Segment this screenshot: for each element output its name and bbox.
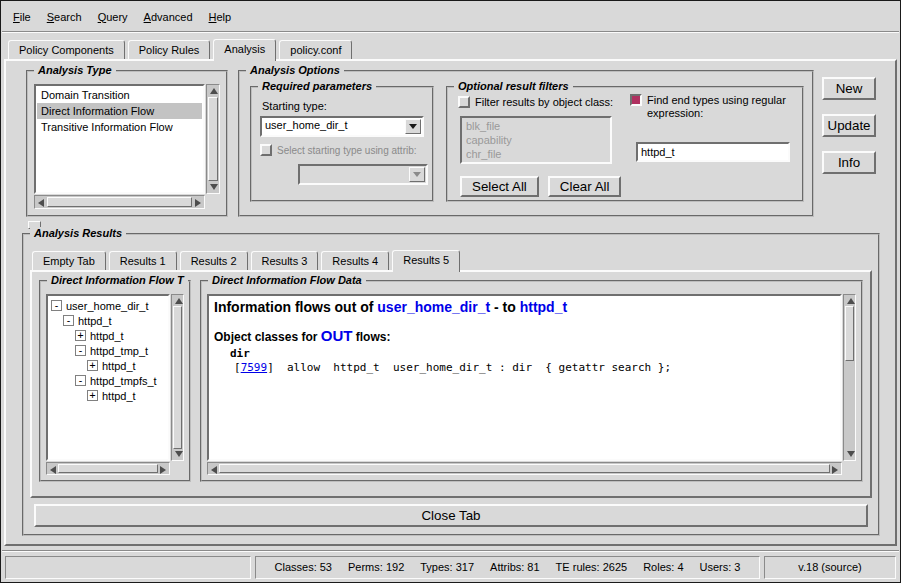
stat-te-rules: TE rules: 2625 [556,561,628,573]
scrollbar-thumb[interactable] [58,464,158,473]
stat-perms: Perms: 192 [348,561,404,573]
tab-policy-components[interactable]: Policy Components [8,40,125,59]
status-separator [2,550,899,552]
tab-results-5[interactable]: Results 5 [392,250,460,272]
scrollbar-thumb[interactable] [219,464,830,473]
regex-input[interactable] [636,142,790,162]
select-all-button[interactable]: Select All [460,176,539,197]
scrollbar-thumb[interactable] [47,197,192,207]
horizontal-scrollbar[interactable] [207,462,842,475]
tree-node[interactable]: - httpd_tmp_t [48,343,168,358]
tree-node-label[interactable]: user_home_dir_t [66,300,149,312]
object-class-item: chr_file [466,147,606,161]
object-class-checkbox[interactable] [458,96,470,108]
list-item-direct-information-flow[interactable]: Direct Information Flow [37,103,202,119]
tree-expander-icon[interactable]: - [51,300,62,311]
flow-data-frame: Direct Information Flow Data Information… [200,280,863,482]
attrib-checkbox-label: Select starting type using attrib: [277,145,417,156]
tab-empty-tab[interactable]: Empty Tab [32,251,106,270]
flow-data-text[interactable]: Information flows out of user_home_dir_t… [207,294,842,461]
starting-type-label: Starting type: [262,100,327,112]
tab-policy-conf[interactable]: policy.conf [279,40,352,59]
tree-node-label[interactable]: httpd_t [90,330,124,342]
menu-query[interactable]: Query [90,8,136,26]
tab-results-4[interactable]: Results 4 [321,251,389,270]
regex-checkbox[interactable] [630,94,642,106]
status-bar: Classes: 53Perms: 192Types: 317Attribs: … [5,556,896,579]
flow-heading: Information flows out of user_home_dir_t… [214,299,835,315]
list-item-transitive-information-flow[interactable]: Transitive Information Flow [37,119,202,135]
flow-direction-keyword: OUT [321,327,353,344]
tree-node[interactable]: - httpd_t [48,313,168,328]
tree-expander-icon[interactable]: - [75,345,86,356]
stat-roles: Roles: 4 [643,561,683,573]
object-class-item: blk_file [466,119,606,133]
menu-bar: File Search Query Advanced Help [5,3,896,30]
horizontal-scrollbar[interactable] [34,195,205,209]
tree-node[interactable]: + httpd_t [48,358,168,373]
tab-results-3[interactable]: Results 3 [251,251,319,270]
vertical-scrollbar[interactable] [843,294,856,461]
scrollbar-thumb[interactable] [845,306,854,361]
tree-expander-icon[interactable]: - [75,375,86,386]
horizontal-scrollbar[interactable] [46,462,170,475]
list-item-domain-transition[interactable]: Domain Transition [37,87,202,103]
analysis-type-listbox[interactable]: Domain Transition Direct Information Flo… [34,84,205,194]
analysis-type-title: Analysis Type [34,64,116,76]
menu-search[interactable]: Search [39,8,90,26]
tab-results-1[interactable]: Results 1 [109,251,177,270]
required-parameters-title: Required parameters [258,80,376,92]
optional-result-filters-frame: Optional result filters Filter results b… [446,86,804,202]
tab-results-2[interactable]: Results 2 [180,251,248,270]
tree-expander-icon[interactable]: - [63,315,74,326]
object-class-listbox: blk_file capability chr_file [460,116,612,164]
menu-advanced[interactable]: Advanced [136,8,201,26]
analysis-options-title: Analysis Options [246,64,344,76]
tree-expander-icon[interactable]: + [87,360,98,371]
starting-type-combobox[interactable]: user_home_dir_t [260,116,424,137]
vertical-scrollbar[interactable] [206,84,220,194]
menu-help[interactable]: Help [201,8,240,26]
tree-node[interactable]: - user_home_dir_t [48,298,168,313]
attrib-combobox-value [300,166,408,183]
tree-node[interactable]: + httpd_t [48,328,168,343]
object-class-checkbox-row[interactable]: Filter results by object class: [458,96,613,108]
clear-all-button[interactable]: Clear All [548,176,622,197]
results-tab-bar: Empty Tab Results 1 Results 2 Results 3 … [32,249,463,270]
tree-node-label[interactable]: httpd_tmpfs_t [90,375,157,387]
flow-tree-frame-title: Direct Information Flow T [47,274,188,286]
close-tab-button[interactable]: Close Tab [34,504,868,527]
attrib-checkbox[interactable] [260,144,272,156]
tab-policy-rules[interactable]: Policy Rules [128,40,211,59]
dropdown-arrow-icon[interactable] [405,119,421,134]
tree-node-label[interactable]: httpd_tmp_t [90,345,148,357]
main-tab-bar: Policy Components Policy Rules Analysis … [8,37,355,59]
required-parameters-frame: Required parameters Starting type: user_… [250,86,434,202]
tree-node[interactable]: - httpd_tmpfs_t [48,373,168,388]
dropdown-arrow-icon [409,167,425,182]
rule-number-link[interactable]: 7599 [241,361,268,374]
version-label: v.18 (source) [798,561,861,573]
attrib-checkbox-row[interactable]: Select starting type using attrib: [260,144,417,156]
tree-node-label[interactable]: httpd_t [102,390,136,402]
optional-result-filters-title: Optional result filters [454,80,573,92]
info-button[interactable]: Info [822,151,876,174]
analysis-options-frame: Analysis Options Required parameters Sta… [238,70,814,217]
stat-types: Types: 317 [420,561,474,573]
scrollbar-thumb[interactable] [208,97,218,181]
tree-node-label[interactable]: httpd_t [78,315,112,327]
tree-node-label[interactable]: httpd_t [102,360,136,372]
tab-analysis[interactable]: Analysis [213,39,276,61]
vertical-scrollbar[interactable] [171,294,184,461]
menu-file[interactable]: File [5,8,39,26]
tree-expander-icon[interactable]: + [75,330,86,341]
tree-node[interactable]: + httpd_t [48,388,168,403]
policy-stats-panel: Classes: 53Perms: 192Types: 317Attribs: … [255,556,760,579]
update-button[interactable]: Update [822,114,876,137]
tree-expander-icon[interactable]: + [87,390,98,401]
flow-tree[interactable]: - user_home_dir_t - httpd_t + httpd_t [46,294,170,461]
new-button[interactable]: New [822,77,876,100]
scrollbar-thumb[interactable] [173,306,182,449]
regex-checkbox-row[interactable]: Find end types using regular expression: [630,94,802,120]
object-class-checkbox-label: Filter results by object class: [475,96,613,108]
